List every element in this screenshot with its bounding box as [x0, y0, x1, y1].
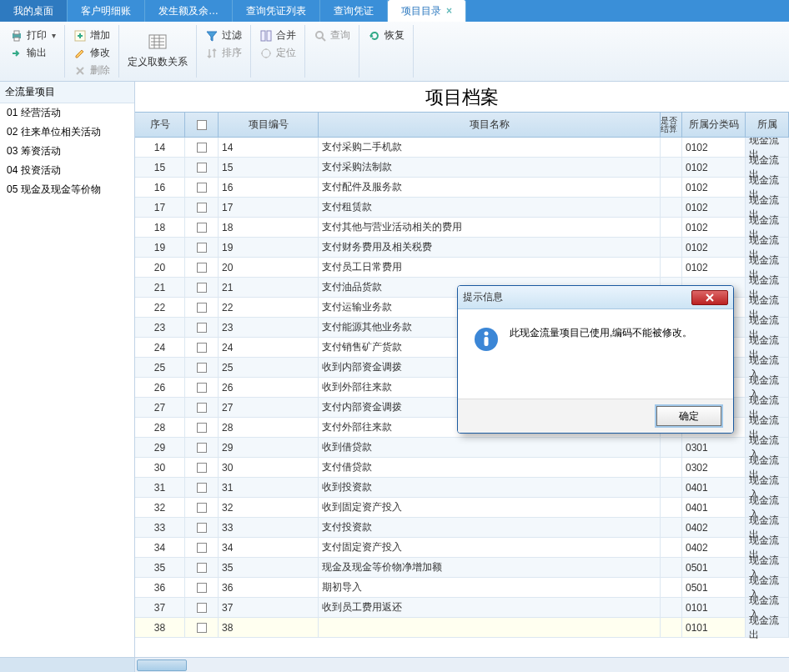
row-checkbox[interactable]: [197, 623, 207, 633]
table-row[interactable]: 3434支付固定资产投入0402现金流出: [135, 538, 789, 558]
header-checkbox[interactable]: [197, 120, 207, 130]
cell-checkbox[interactable]: [185, 358, 219, 377]
table-row[interactable]: 1818支付其他与营业活动相关的费用0102现金流出: [135, 218, 789, 238]
cell-checkbox[interactable]: [185, 178, 219, 197]
cell-checkbox[interactable]: [185, 558, 219, 577]
row-checkbox[interactable]: [197, 363, 207, 373]
row-checkbox[interactable]: [197, 563, 207, 573]
tab-voucher-list[interactable]: 查询凭证列表: [233, 0, 320, 22]
cell-checkbox[interactable]: [185, 438, 219, 457]
merge-button[interactable]: 合并: [256, 27, 299, 44]
col-name[interactable]: 项目名称: [319, 113, 661, 137]
table-row[interactable]: 2020支付员工日常费用0102现金流出: [135, 258, 789, 278]
cell-checkbox[interactable]: [185, 278, 219, 297]
filter-button[interactable]: 过滤: [202, 27, 245, 44]
cell-checkbox[interactable]: [185, 458, 219, 477]
tab-close-icon[interactable]: ×: [446, 5, 452, 17]
cell-checkbox[interactable]: [185, 538, 219, 557]
tree-item[interactable]: 02 往来单位相关活动: [0, 123, 134, 142]
col-category[interactable]: 所属: [746, 113, 789, 137]
table-row[interactable]: 1515支付采购法制款0102现金流出: [135, 158, 789, 178]
tab-project-catalog[interactable]: 项目目录 ×: [388, 0, 466, 22]
cell-checkbox[interactable]: [185, 398, 219, 417]
dialog-titlebar[interactable]: 提示信息: [458, 286, 733, 309]
delete-button[interactable]: 删除: [70, 62, 113, 79]
query-button[interactable]: 查询: [310, 27, 354, 44]
table-row[interactable]: 1717支付租赁款0102现金流出: [135, 198, 789, 218]
row-checkbox[interactable]: [197, 543, 207, 553]
table-row[interactable]: 2929收到借贷款0301现金流入: [135, 438, 789, 458]
row-checkbox[interactable]: [197, 603, 207, 613]
col-number[interactable]: 项目编号: [219, 113, 319, 137]
table-row[interactable]: 1414支付采购二手机款0102现金流出: [135, 138, 789, 158]
tree-item[interactable]: 03 筹资活动: [0, 142, 134, 161]
row-checkbox[interactable]: [197, 383, 207, 393]
tree-item[interactable]: 05 现金及现金等价物: [0, 180, 134, 199]
row-checkbox[interactable]: [197, 283, 207, 293]
cell-checkbox[interactable]: [185, 518, 219, 537]
cell-checkbox[interactable]: [185, 298, 219, 317]
tab-voucher-query[interactable]: 查询凭证: [320, 0, 388, 22]
cell-checkbox[interactable]: [185, 198, 219, 217]
col-code[interactable]: 所属分类码: [682, 113, 746, 137]
col-checkbox[interactable]: [185, 113, 219, 137]
cell-checkbox[interactable]: [185, 478, 219, 497]
cell-checkbox[interactable]: [185, 218, 219, 237]
tree-item[interactable]: 01 经营活动: [0, 103, 134, 123]
print-button[interactable]: 打印▾: [7, 27, 59, 44]
row-checkbox[interactable]: [197, 443, 207, 453]
output-button[interactable]: 输出: [7, 44, 59, 62]
table-row[interactable]: 1919支付财务费用及相关税费0102现金流出: [135, 238, 789, 258]
cell-checkbox[interactable]: [185, 418, 219, 437]
row-checkbox[interactable]: [197, 303, 207, 313]
table-row[interactable]: 3333支付投资款0402现金流出: [135, 518, 789, 538]
edit-button[interactable]: 修改: [70, 44, 113, 62]
horizontal-scrollbar[interactable]: [0, 657, 789, 672]
row-checkbox[interactable]: [197, 223, 207, 233]
restore-button[interactable]: 恢复: [364, 27, 408, 44]
row-checkbox[interactable]: [197, 143, 207, 153]
table-row[interactable]: 3030支付借贷款0302现金流出: [135, 458, 789, 478]
table-row[interactable]: 3232收到固定资产投入0401现金流入: [135, 498, 789, 518]
cell-checkbox[interactable]: [185, 238, 219, 257]
table-row[interactable]: 1616支付配件及服务款0102现金流出: [135, 178, 789, 198]
row-checkbox[interactable]: [197, 323, 207, 333]
define-relation-button[interactable]: 定义取数关系: [124, 53, 191, 71]
row-checkbox[interactable]: [197, 163, 207, 173]
row-checkbox[interactable]: [197, 343, 207, 353]
scrollbar-thumb[interactable]: [137, 659, 187, 671]
tab-customer-ledger[interactable]: 客户明细账: [68, 0, 145, 22]
col-seq[interactable]: 序号: [135, 113, 185, 137]
tree-root[interactable]: 全流量项目: [0, 82, 134, 103]
row-checkbox[interactable]: [197, 503, 207, 513]
tab-balance[interactable]: 发生额及余…: [145, 0, 233, 22]
table-row[interactable]: 3636期初导入0501现金流入: [135, 578, 789, 598]
cell-checkbox[interactable]: [185, 338, 219, 357]
tab-desktop[interactable]: 我的桌面: [0, 0, 68, 22]
dialog-close-button[interactable]: [691, 290, 728, 305]
table-row[interactable]: 38380101现金流出: [135, 618, 789, 638]
cell-checkbox[interactable]: [185, 138, 219, 157]
scrollbar-track[interactable]: [135, 658, 789, 672]
ok-button[interactable]: 确定: [656, 406, 721, 426]
row-checkbox[interactable]: [197, 183, 207, 193]
cell-checkbox[interactable]: [185, 258, 219, 277]
row-checkbox[interactable]: [197, 523, 207, 533]
add-button[interactable]: 增加: [70, 27, 113, 44]
tree-item[interactable]: 04 投资活动: [0, 161, 134, 180]
row-checkbox[interactable]: [197, 203, 207, 213]
table-row[interactable]: 3131收到投资款0401现金流入: [135, 478, 789, 498]
cell-checkbox[interactable]: [185, 578, 219, 597]
row-checkbox[interactable]: [197, 423, 207, 433]
row-checkbox[interactable]: [197, 583, 207, 593]
cell-checkbox[interactable]: [185, 318, 219, 337]
sort-button[interactable]: 排序: [202, 44, 245, 62]
row-checkbox[interactable]: [197, 483, 207, 493]
row-checkbox[interactable]: [197, 263, 207, 273]
row-checkbox[interactable]: [197, 463, 207, 473]
row-checkbox[interactable]: [197, 243, 207, 253]
cell-checkbox[interactable]: [185, 598, 219, 617]
table-row[interactable]: 3535现金及现金等价物净增加额0501现金流入: [135, 558, 789, 578]
locate-button[interactable]: 定位: [256, 44, 299, 62]
cell-checkbox[interactable]: [185, 618, 219, 637]
